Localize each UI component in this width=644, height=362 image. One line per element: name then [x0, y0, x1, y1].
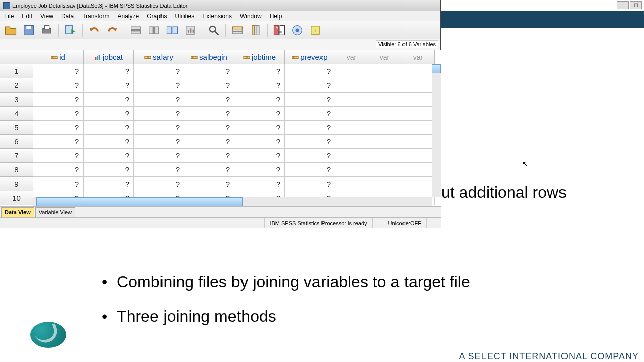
data-cell[interactable]: ?	[33, 163, 84, 177]
column-header-empty[interactable]: var	[335, 50, 368, 64]
data-cell[interactable]	[401, 149, 435, 163]
data-cell[interactable]	[401, 121, 435, 135]
row-header[interactable]: 5	[0, 121, 33, 135]
data-cell[interactable]: ?	[234, 107, 285, 121]
goto-variable-button[interactable]	[146, 23, 162, 38]
insert-variable-button[interactable]	[248, 23, 263, 38]
data-cell[interactable]: ?	[184, 135, 234, 149]
redo-button[interactable]	[105, 23, 120, 38]
data-cell[interactable]: ?	[285, 121, 335, 135]
data-cell[interactable]: ?	[84, 121, 134, 135]
data-cell[interactable]	[401, 107, 435, 121]
data-cell[interactable]	[335, 121, 368, 135]
data-cell[interactable]: ?	[84, 163, 134, 177]
menu-data[interactable]: Data	[57, 12, 78, 21]
data-cell[interactable]: ?	[285, 135, 335, 149]
data-cell[interactable]	[368, 93, 401, 107]
data-cell[interactable]: ?	[234, 93, 285, 107]
data-cell[interactable]	[401, 163, 435, 177]
data-cell[interactable]: ?	[184, 149, 234, 163]
data-cell[interactable]: ?	[84, 135, 134, 149]
weight-cases-button[interactable]	[290, 23, 305, 38]
menu-view[interactable]: View	[36, 12, 57, 21]
data-cell[interactable]	[401, 64, 435, 78]
data-cell[interactable]: ?	[285, 107, 335, 121]
data-cell[interactable]: ?	[84, 107, 134, 121]
data-cell[interactable]	[368, 163, 401, 177]
data-cell[interactable]: ?	[33, 64, 84, 78]
column-header-jobcat[interactable]: jobcat	[84, 50, 134, 64]
recall-dialog-button[interactable]	[63, 23, 78, 38]
column-header-prevexp[interactable]: prevexp	[285, 50, 335, 64]
data-cell[interactable]	[335, 78, 368, 93]
data-cell[interactable]: ?	[84, 149, 134, 163]
data-cell[interactable]: ?	[134, 163, 184, 177]
column-header-id[interactable]: id	[33, 50, 84, 64]
data-cell[interactable]	[368, 78, 401, 93]
data-cell[interactable]: ?	[234, 64, 285, 78]
column-header-jobtime[interactable]: jobtime	[234, 50, 285, 64]
data-cell[interactable]: ?	[134, 149, 184, 163]
menu-graphs[interactable]: Graphs	[143, 12, 171, 21]
data-cell[interactable]: ?	[184, 163, 234, 177]
data-cell[interactable]: ?	[285, 64, 335, 78]
menu-extensions[interactable]: Extensions	[198, 12, 236, 21]
data-cell[interactable]: ?	[285, 149, 335, 163]
data-cell[interactable]: ?	[33, 135, 84, 149]
menu-utilities[interactable]: Utilities	[171, 12, 199, 21]
data-cell[interactable]	[335, 64, 368, 78]
data-cell[interactable]: ?	[33, 149, 84, 163]
data-cell[interactable]	[368, 107, 401, 121]
run-descriptives-button[interactable]	[183, 23, 198, 38]
row-header[interactable]: 2	[0, 78, 33, 93]
data-cell[interactable]	[335, 107, 368, 121]
data-cell[interactable]	[368, 121, 401, 135]
row-header[interactable]: 7	[0, 149, 33, 163]
undo-button[interactable]	[87, 23, 102, 38]
data-cell[interactable]: ?	[234, 135, 285, 149]
corner-cell[interactable]	[0, 50, 33, 64]
data-cell[interactable]: ?	[184, 93, 234, 107]
data-cell[interactable]: ?	[184, 121, 234, 135]
data-cell[interactable]: ?	[234, 78, 285, 93]
row-header[interactable]: 6	[0, 135, 33, 149]
data-cell[interactable]: ?	[234, 149, 285, 163]
data-cell[interactable]: ?	[234, 163, 285, 177]
row-header[interactable]: 8	[0, 163, 33, 177]
data-cell[interactable]	[368, 64, 401, 78]
data-cell[interactable]: ?	[84, 64, 134, 78]
data-cell[interactable]	[335, 163, 368, 177]
split-file-button[interactable]: A	[272, 23, 287, 38]
data-cell[interactable]: ?	[134, 78, 184, 93]
row-header[interactable]: 4	[0, 107, 33, 121]
minimize-button[interactable]: —	[617, 1, 629, 9]
data-cell[interactable]: ?	[33, 78, 84, 93]
data-cell[interactable]: ?	[285, 163, 335, 177]
print-button[interactable]	[39, 23, 54, 38]
menu-edit[interactable]: Edit	[18, 12, 36, 21]
column-header-salbegin[interactable]: salbegin	[184, 50, 234, 64]
data-cell[interactable]: ?	[285, 78, 335, 93]
data-cell[interactable]: ?	[184, 107, 234, 121]
data-cell[interactable]: ?	[84, 93, 134, 107]
row-header[interactable]: 1	[0, 64, 33, 78]
data-cell[interactable]	[368, 135, 401, 149]
goto-case-button[interactable]	[128, 23, 143, 38]
vertical-scroll-thumb[interactable]	[432, 64, 441, 73]
data-cell[interactable]: ?	[134, 107, 184, 121]
menu-analyze[interactable]: Analyze	[113, 12, 143, 21]
data-cell[interactable]	[335, 93, 368, 107]
data-cell[interactable]	[401, 78, 435, 93]
data-cell[interactable]: ?	[134, 93, 184, 107]
data-cell[interactable]: ?	[134, 64, 184, 78]
data-cell[interactable]: ?	[33, 107, 84, 121]
insert-cases-button[interactable]	[230, 23, 245, 38]
data-cell[interactable]: ?	[84, 78, 134, 93]
data-cell[interactable]	[335, 135, 368, 149]
data-cell[interactable]: ?	[134, 135, 184, 149]
data-cell[interactable]	[401, 93, 435, 107]
data-cell[interactable]	[401, 135, 435, 149]
menu-file[interactable]: File	[0, 12, 18, 21]
menu-help[interactable]: Help	[266, 12, 286, 21]
maximize-button[interactable]: ☐	[630, 1, 642, 9]
